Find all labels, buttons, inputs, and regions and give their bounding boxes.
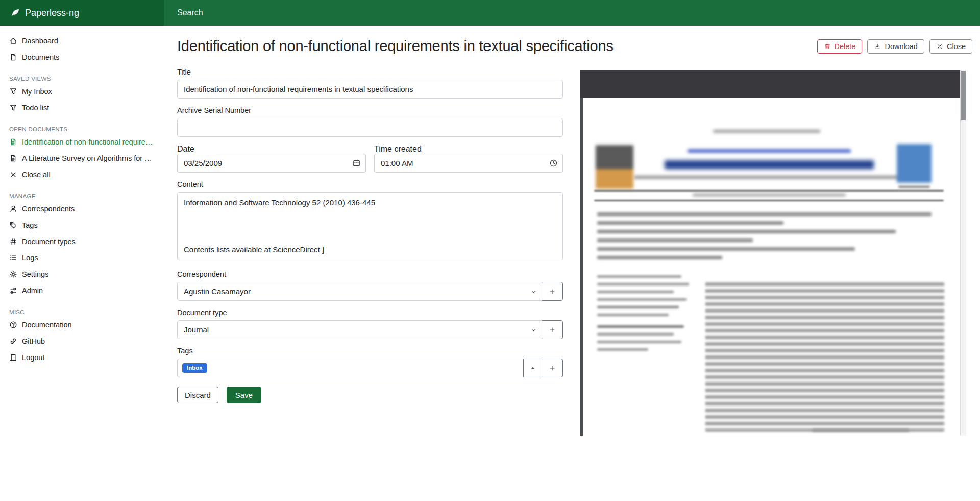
close-button[interactable]: Close bbox=[929, 39, 972, 54]
discard-button[interactable]: Discard bbox=[177, 387, 218, 403]
add-tag-button[interactable] bbox=[542, 359, 563, 377]
time-label: Time created bbox=[374, 145, 422, 153]
gear-icon bbox=[9, 270, 17, 278]
form-actions: Discard Save bbox=[177, 387, 563, 403]
save-button[interactable]: Save bbox=[227, 387, 261, 403]
title-field: Title bbox=[177, 68, 563, 99]
pdf-blur-abstract-block bbox=[705, 282, 944, 432]
sidebar-label: Correspondents bbox=[22, 205, 75, 213]
page-title: Identification of non-functional require… bbox=[177, 38, 614, 55]
pdf-blur-sidecol-line bbox=[597, 298, 687, 301]
search-input[interactable] bbox=[164, 8, 521, 18]
sidebar-item-logout[interactable]: Logout bbox=[0, 349, 164, 366]
sidebar-item-tags[interactable]: Tags bbox=[0, 217, 164, 233]
content-label: Content bbox=[177, 180, 563, 188]
door-icon bbox=[9, 353, 17, 362]
pdf-journal-logo-blur bbox=[596, 145, 633, 189]
toggles-icon bbox=[9, 287, 17, 295]
sidebar-label: A Literature Survey on Algorithms for Mu… bbox=[22, 154, 155, 162]
date-time-row: Date Time created bbox=[177, 145, 563, 173]
question-circle-icon bbox=[9, 321, 17, 329]
main-content: Identification of non-functional require… bbox=[164, 26, 980, 501]
sidebar-label: Documentation bbox=[22, 321, 72, 329]
pdf-blur-logo-caption bbox=[898, 186, 930, 188]
correspondent-select[interactable]: Agustin Casamayor bbox=[177, 282, 542, 301]
hash-icon bbox=[9, 237, 17, 246]
pdf-blur-sidecol-line bbox=[597, 314, 669, 316]
pdf-blur-paragraph-line bbox=[597, 212, 932, 216]
sidebar-label: Settings bbox=[22, 270, 48, 278]
pdf-viewport[interactable] bbox=[580, 98, 960, 436]
list-icon bbox=[9, 254, 17, 262]
plus-icon bbox=[549, 288, 556, 295]
sidebar-item-documentation[interactable]: Documentation bbox=[0, 317, 164, 333]
title-input[interactable] bbox=[177, 80, 563, 99]
sidebar-item-open-doc-2[interactable]: A Literature Survey on Algorithms for Mu… bbox=[0, 150, 164, 166]
trash-icon bbox=[824, 43, 831, 50]
correspondent-value: Agustin Casamayor bbox=[184, 287, 251, 296]
sidebar-item-settings[interactable]: Settings bbox=[0, 266, 164, 282]
chevron-down-icon bbox=[530, 289, 537, 295]
sidebar-item-logs[interactable]: Logs bbox=[0, 250, 164, 266]
add-document-type-button[interactable] bbox=[542, 320, 563, 339]
pdf-blur-footer-line bbox=[812, 429, 909, 432]
tag-badge-inbox[interactable]: Inbox bbox=[182, 363, 207, 373]
date-input[interactable] bbox=[177, 154, 366, 173]
sidebar-label: Documents bbox=[22, 53, 59, 61]
document-type-label: Document type bbox=[177, 308, 563, 317]
file-icon bbox=[9, 53, 17, 61]
sidebar-item-todo-list[interactable]: Todo list bbox=[0, 100, 164, 116]
tags-dropdown-toggle[interactable] bbox=[523, 359, 542, 377]
pdf-page-preview bbox=[583, 98, 960, 436]
sidebar-item-documents[interactable]: Documents bbox=[0, 49, 164, 65]
pdf-blur-authors bbox=[634, 176, 904, 179]
link-icon bbox=[9, 337, 17, 345]
content-textarea[interactable]: Information and Software Technology 52 (… bbox=[177, 192, 563, 260]
sidebar-item-dashboard[interactable]: Dashboard bbox=[0, 33, 164, 49]
sidebar-item-admin[interactable]: Admin bbox=[0, 282, 164, 299]
sidebar-item-open-doc-1[interactable]: Identification of non-functional require… bbox=[0, 134, 164, 150]
sidebar-section-open-documents: OPEN DOCUMENTS bbox=[9, 126, 155, 132]
sidebar-item-my-inbox[interactable]: My Inbox bbox=[0, 83, 164, 100]
pdf-scrollbar-thumb[interactable] bbox=[961, 71, 966, 120]
download-button[interactable]: Download bbox=[867, 39, 924, 54]
time-input[interactable] bbox=[374, 154, 563, 173]
close-icon bbox=[9, 171, 17, 179]
document-edit-form: Title Archive Serial Number Date bbox=[177, 68, 563, 403]
pdf-blur-paragraph-line bbox=[597, 238, 753, 242]
sidebar-item-correspondents[interactable]: Correspondents bbox=[0, 201, 164, 217]
app-brand[interactable]: Paperless-ng bbox=[0, 0, 164, 26]
sidebar-label: Identification of non-functional require… bbox=[22, 138, 155, 146]
pdf-blur-sidecol-line bbox=[597, 325, 684, 328]
close-label: Close bbox=[947, 42, 966, 51]
sidebar-section-saved-views: SAVED VIEWS bbox=[9, 76, 155, 82]
tags-input[interactable]: Inbox bbox=[177, 359, 524, 377]
sidebar-label: Document types bbox=[22, 237, 76, 246]
delete-button[interactable]: Delete bbox=[817, 39, 863, 54]
pdf-scrollbar[interactable] bbox=[960, 70, 966, 436]
pdf-sciencedirect-logo-blur bbox=[897, 144, 932, 183]
pdf-blur-sidecol-line bbox=[597, 306, 679, 308]
document-type-select[interactable]: Journal bbox=[177, 320, 542, 339]
date-field: Date bbox=[177, 145, 366, 173]
tag-icon bbox=[9, 221, 17, 229]
sidebar-item-github[interactable]: GitHub bbox=[0, 333, 164, 349]
sidebar-section-manage: MANAGE bbox=[9, 193, 155, 199]
file-text-icon bbox=[9, 138, 17, 146]
pdf-blur-headline bbox=[713, 130, 820, 133]
delete-label: Delete bbox=[835, 42, 856, 51]
plus-icon bbox=[549, 326, 556, 333]
app-title: Paperless-ng bbox=[25, 8, 79, 18]
paperless-leaf-icon bbox=[10, 8, 20, 18]
sidebar-item-document-types[interactable]: Document types bbox=[0, 233, 164, 250]
add-correspondent-button[interactable] bbox=[542, 282, 563, 301]
document-actions: Delete Download Close bbox=[817, 39, 973, 54]
asn-input[interactable] bbox=[177, 118, 563, 137]
tags-label: Tags bbox=[177, 347, 563, 355]
tags-field: Tags Inbox bbox=[177, 347, 563, 377]
correspondent-label: Correspondent bbox=[177, 270, 563, 278]
pdf-rule-top bbox=[594, 190, 944, 192]
sidebar-item-close-all[interactable]: Close all bbox=[0, 166, 164, 183]
title-label: Title bbox=[177, 68, 563, 76]
pdf-blur-subtitle bbox=[688, 149, 851, 153]
